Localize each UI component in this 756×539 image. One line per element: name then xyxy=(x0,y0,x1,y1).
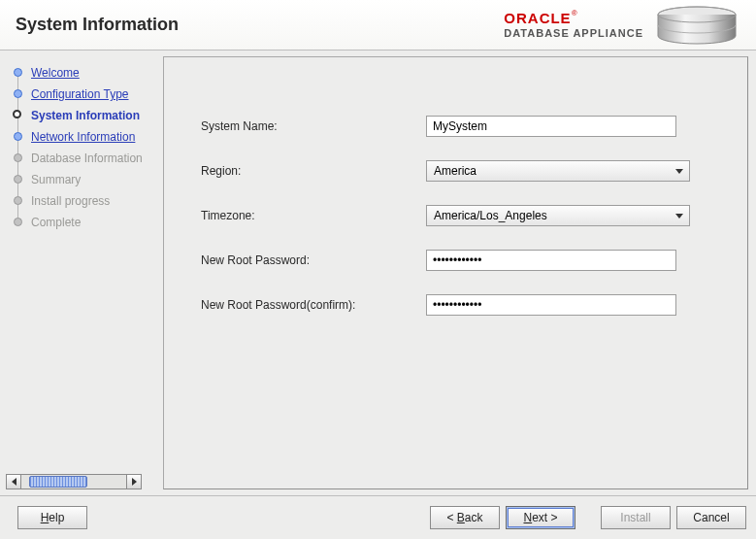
step-label: Complete xyxy=(31,216,81,229)
root-password-confirm-input[interactable] xyxy=(426,294,676,316)
step-dot-icon xyxy=(13,110,21,118)
root-password-input[interactable] xyxy=(426,250,676,271)
chevron-down-icon xyxy=(675,214,683,219)
brand-oracle: ORACLE xyxy=(504,11,571,27)
help-button[interactable]: Help xyxy=(17,506,87,529)
step-label: Install progress xyxy=(31,194,110,208)
step-install-progress: Install progress xyxy=(8,190,159,212)
system-name-label: System Name: xyxy=(201,119,426,133)
step-database-information: Database Information xyxy=(8,148,159,169)
step-dot-icon xyxy=(14,153,22,162)
wizard-steps: Welcome Configuration Type System Inform… xyxy=(8,62,159,233)
brand: ORACLE® DATABASE APPLIANCE xyxy=(504,6,740,45)
scroll-thumb[interactable] xyxy=(29,476,87,488)
region-select[interactable]: America xyxy=(426,160,690,182)
back-button[interactable]: < Back xyxy=(430,506,500,529)
brand-text: ORACLE® DATABASE APPLIANCE xyxy=(504,11,643,39)
step-network-information[interactable]: Network Information xyxy=(8,126,159,148)
sidebar-scrollbar[interactable] xyxy=(6,474,142,489)
step-dot-icon xyxy=(14,68,22,77)
step-dot-icon xyxy=(14,89,22,98)
brand-registered: ® xyxy=(572,9,577,17)
system-name-input[interactable] xyxy=(426,116,676,137)
step-summary: Summary xyxy=(8,169,159,190)
root-password-confirm-label: New Root Password(confirm): xyxy=(201,298,426,312)
header: System Information ORACLE® DATABASE APPL… xyxy=(0,0,756,51)
step-label: Configuration Type xyxy=(31,87,129,101)
step-label: Network Information xyxy=(31,130,135,144)
footer: Help < Back Next > Install Cancel xyxy=(0,495,756,538)
timezone-label: Timezone: xyxy=(201,209,426,222)
step-label: Summary xyxy=(31,173,81,186)
main-panel: System Name: Region: America Timezone: A… xyxy=(163,56,748,489)
brand-subtitle: DATABASE APPLIANCE xyxy=(504,27,643,39)
step-dot-icon xyxy=(14,132,22,141)
cancel-button[interactable]: Cancel xyxy=(676,506,746,529)
timezone-select[interactable]: America/Los_Angeles xyxy=(426,205,690,226)
step-welcome[interactable]: Welcome xyxy=(8,62,159,84)
root-password-label: New Root Password: xyxy=(201,253,426,267)
brand-cylinder-icon xyxy=(653,6,740,45)
step-dot-icon xyxy=(14,218,22,226)
step-label: Database Information xyxy=(31,152,143,165)
next-button[interactable]: Next > xyxy=(506,506,575,529)
region-value: America xyxy=(434,164,477,178)
scroll-track[interactable] xyxy=(21,474,126,489)
wizard-sidebar: Welcome Configuration Type System Inform… xyxy=(0,51,163,495)
install-button: Install xyxy=(601,506,671,529)
step-label: System Information xyxy=(31,109,140,122)
region-label: Region: xyxy=(201,164,426,178)
chevron-right-icon xyxy=(132,478,137,486)
chevron-down-icon xyxy=(675,169,683,174)
step-label: Welcome xyxy=(31,66,80,80)
scroll-left-button[interactable] xyxy=(6,474,21,489)
step-complete: Complete xyxy=(8,212,159,233)
step-dot-icon xyxy=(14,196,22,205)
step-system-information[interactable]: System Information xyxy=(8,105,159,126)
page-title: System Information xyxy=(16,15,179,35)
step-dot-icon xyxy=(14,175,22,184)
chevron-left-icon xyxy=(12,478,16,486)
scroll-right-button[interactable] xyxy=(126,474,142,489)
timezone-value: America/Los_Angeles xyxy=(434,209,547,222)
step-configuration-type[interactable]: Configuration Type xyxy=(8,84,159,105)
